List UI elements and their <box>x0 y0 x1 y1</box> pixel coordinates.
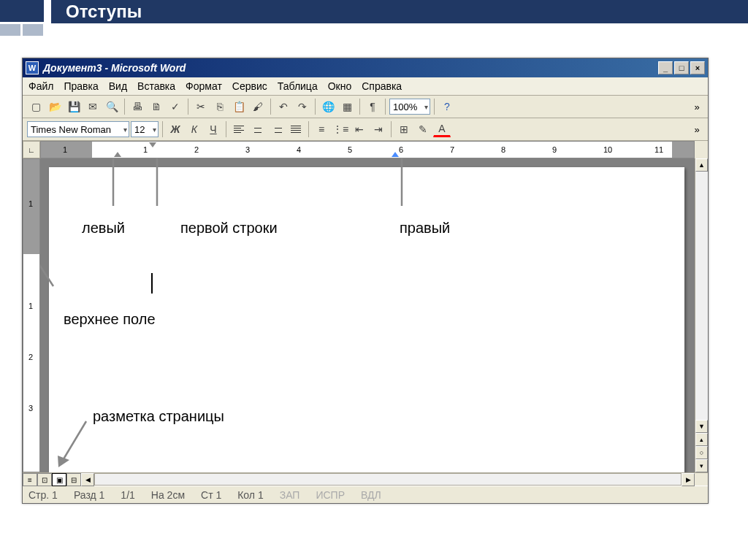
ruler-num: 5 <box>348 145 352 154</box>
numbering-button[interactable]: ≡ <box>313 120 330 138</box>
menu-insert[interactable]: Вставка <box>137 80 175 92</box>
hyperlink-button[interactable]: 🌐 <box>319 98 337 115</box>
statusbar: Стр. 1 Разд 1 1/1 На 2см Ст 1 Кол 1 ЗАП … <box>23 486 708 503</box>
annotation-page-layout: разметка страницы <box>93 408 224 425</box>
status-ext: ВДЛ <box>361 489 381 501</box>
increase-indent-button[interactable]: ⇥ <box>370 120 387 138</box>
titlebar[interactable]: W Документ3 - Microsoft Word _ □ × <box>23 58 708 77</box>
toolbar-more-icon[interactable]: » <box>690 124 703 135</box>
arrow-left-indent <box>95 158 124 210</box>
arrow-top-margin <box>40 246 61 290</box>
menu-format[interactable]: Формат <box>186 80 222 92</box>
undo-button[interactable]: ↶ <box>275 98 292 115</box>
bold-button[interactable]: Ж <box>167 120 184 138</box>
menu-file[interactable]: Файл <box>28 80 53 92</box>
next-page-button[interactable]: ▾ <box>695 459 708 472</box>
outline-view-button[interactable]: ⊟ <box>66 473 81 486</box>
vertical-ruler[interactable]: 1 1 2 3 <box>23 158 40 472</box>
status-at: На 2см <box>151 489 185 501</box>
normal-view-button[interactable]: ≡ <box>23 473 37 486</box>
app-icon: W <box>26 61 39 74</box>
annotation-first-line: первой строки <box>180 220 278 237</box>
status-line: Ст 1 <box>201 489 221 501</box>
right-indent-marker[interactable] <box>392 152 399 157</box>
arrow-first-line <box>142 158 172 210</box>
horizontal-scroll-row: ≡ ⊡ ▣ ⊟ ◀ ▶ <box>23 472 708 486</box>
scroll-right-button[interactable]: ▶ <box>682 473 695 486</box>
scroll-left-button[interactable]: ◀ <box>81 473 94 486</box>
browse-object-button[interactable]: ○ <box>695 446 708 459</box>
align-justify-button[interactable] <box>287 120 305 138</box>
paste-button[interactable]: 📋 <box>230 98 248 115</box>
annotation-left: левый <box>82 220 125 237</box>
page-area[interactable]: левый первой строки правый верхнее поле … <box>40 158 695 472</box>
horizontal-ruler[interactable]: 1 1 2 3 4 5 6 7 8 9 10 11 <box>40 141 695 158</box>
status-page: Стр. 1 <box>28 489 58 501</box>
first-line-indent-marker[interactable] <box>149 142 156 147</box>
toolbar-more-icon[interactable]: » <box>690 101 703 112</box>
svg-line-6 <box>40 255 53 286</box>
minimize-button[interactable]: _ <box>658 61 673 74</box>
mail-button[interactable]: ✉ <box>84 98 102 115</box>
redo-button[interactable]: ↷ <box>294 98 311 115</box>
new-button[interactable]: ▢ <box>27 98 45 115</box>
scroll-down-button[interactable]: ▼ <box>695 420 708 433</box>
zoom-combo[interactable]: 100% <box>389 99 430 115</box>
status-column: Кол 1 <box>237 489 263 501</box>
menu-edit[interactable]: Правка <box>64 80 98 92</box>
ruler-num: 3 <box>245 145 250 154</box>
font-color-button[interactable]: A <box>433 122 451 137</box>
search-button[interactable]: 🔍 <box>103 98 121 115</box>
preview-button[interactable]: 🗎 <box>148 98 165 115</box>
borders-button[interactable]: ⊞ <box>395 120 413 138</box>
highlight-button[interactable]: ✎ <box>414 120 432 138</box>
decrease-indent-button[interactable]: ⇤ <box>351 120 368 138</box>
word-window: W Документ3 - Microsoft Word _ □ × Файл … <box>22 58 709 504</box>
view-buttons: ≡ ⊡ ▣ ⊟ <box>23 473 81 486</box>
bullets-button[interactable]: ⋮≡ <box>332 120 349 138</box>
text-cursor <box>151 273 153 294</box>
help-button[interactable]: ? <box>438 98 456 115</box>
document-page[interactable]: левый первой строки правый верхнее поле … <box>49 167 684 472</box>
align-right-button[interactable] <box>268 120 286 138</box>
web-view-button[interactable]: ⊡ <box>37 473 52 486</box>
menu-view[interactable]: Вид <box>109 80 127 92</box>
close-button[interactable]: × <box>690 61 705 74</box>
tables-button[interactable]: ▦ <box>338 98 356 115</box>
vertical-scrollbar[interactable]: ▲ ▼ ▴ ○ ▾ <box>695 158 708 472</box>
maximize-button[interactable]: □ <box>674 61 689 74</box>
print-layout-view-button[interactable]: ▣ <box>52 473 66 486</box>
ruler-num: 1 <box>63 145 67 154</box>
svg-line-8 <box>62 421 86 461</box>
menubar: Файл Правка Вид Вставка Формат Сервис Та… <box>23 77 708 96</box>
decor-blocks <box>0 0 44 36</box>
save-button[interactable]: 💾 <box>65 98 83 115</box>
ruler-num: 2 <box>194 145 199 154</box>
print-button[interactable]: 🖶 <box>129 98 146 115</box>
horizontal-scrollbar[interactable] <box>94 473 682 486</box>
menu-window[interactable]: Окно <box>328 80 352 92</box>
open-button[interactable]: 📂 <box>46 98 64 115</box>
tab-selector[interactable]: ∟ <box>23 141 40 158</box>
left-indent-marker[interactable] <box>114 152 121 157</box>
menu-table[interactable]: Таблица <box>278 80 318 92</box>
format-painter-button[interactable]: 🖌 <box>249 98 267 115</box>
scroll-up-button[interactable]: ▲ <box>695 158 708 172</box>
font-combo[interactable]: Times New Roman <box>27 121 129 137</box>
italic-button[interactable]: К <box>186 120 203 138</box>
menu-help[interactable]: Справка <box>362 80 402 92</box>
underline-button[interactable]: Ч <box>205 120 222 138</box>
cut-button[interactable]: ✂ <box>192 98 210 115</box>
horizontal-ruler-row: ∟ 1 1 2 3 4 5 6 7 8 9 10 11 <box>23 141 708 158</box>
status-rec: ЗАП <box>280 489 300 501</box>
spellcheck-button[interactable]: ✓ <box>167 98 184 115</box>
prev-page-button[interactable]: ▴ <box>695 433 708 446</box>
align-center-button[interactable] <box>249 120 267 138</box>
ruler-num: 10 <box>603 145 612 154</box>
align-left-button[interactable] <box>230 120 248 138</box>
menu-tools[interactable]: Сервис <box>232 80 267 92</box>
paragraph-button[interactable]: ¶ <box>364 98 381 115</box>
slide-title: Отступы <box>51 0 748 23</box>
copy-button[interactable]: ⎘ <box>211 98 229 115</box>
fontsize-combo[interactable]: 12 <box>131 121 159 137</box>
